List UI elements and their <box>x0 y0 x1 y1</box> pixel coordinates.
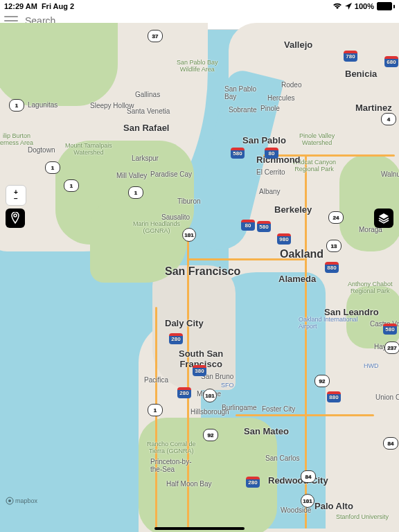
shield-i880-b: 880 <box>327 391 341 402</box>
lbl-el-cerrito: El Cerrito <box>256 168 285 176</box>
city-benicia: Benicia <box>345 69 377 79</box>
shield-ca1-d: 1 <box>128 186 143 199</box>
lbl-lagunitas: Lagunitas <box>28 101 57 109</box>
park-burton: ilip Burtonerness Area <box>0 132 33 146</box>
shield-i380: 380 <box>193 365 206 376</box>
shield-ca1-b: 1 <box>45 161 60 174</box>
shield-ca24: 24 <box>328 211 344 224</box>
map-canvas[interactable]: San Pablo BayWildlife Area Mount Tamalpa… <box>0 30 399 532</box>
lbl-pinole: Pinole <box>260 105 280 112</box>
city-redwood: Redwood City <box>268 475 328 486</box>
lbl-dogtown: Dogtown <box>28 146 55 154</box>
shield-ca92-a: 92 <box>203 429 218 441</box>
park-marin-headlands: Marin Headlands(GGNRA) <box>133 220 180 234</box>
lbl-stanford: Stanford University <box>336 513 389 520</box>
city-martinez: Martinez <box>355 103 392 113</box>
lbl-san-pablo-bay: San PabloBay <box>224 85 256 100</box>
lbl-hercules: Hercules <box>267 94 294 102</box>
map-attribution: mapbox <box>6 497 37 505</box>
lbl-walnut: Walnu <box>381 170 399 178</box>
park-chabot: Anthony ChabotRegional Park <box>348 281 393 294</box>
lbl-burlingame: Burlingame <box>222 404 257 411</box>
shield-ca92-b: 92 <box>314 375 330 387</box>
shield-ca84-a: 84 <box>301 470 316 483</box>
lbl-paradise-cay: Paradise Cay <box>150 170 192 178</box>
svg-text:−: − <box>14 195 18 202</box>
park-pinole-valley: Pinole ValleyWatershed <box>299 132 335 146</box>
shield-i580-a: 580 <box>231 148 245 159</box>
shield-ca1-c: 1 <box>64 179 79 192</box>
status-bar: 12:29 AM Fri Aug 2 100% <box>0 0 399 12</box>
greens-nw <box>0 23 118 106</box>
lbl-pacifica: Pacifica <box>144 376 168 384</box>
city-san-rafael: San Rafael <box>123 123 169 133</box>
shield-i580-b: 580 <box>257 221 271 232</box>
lbl-san-carlos: San Carlos <box>265 454 299 462</box>
shield-i80: 80 <box>265 148 278 159</box>
status-date: Fri Aug 2 <box>42 2 74 10</box>
city-daly-city: Daly City <box>165 318 204 328</box>
shield-us101-a: 101 <box>182 228 196 242</box>
park-tamalpais: Mount TamalpaisWatershed <box>65 142 112 156</box>
shield-i280-b: 280 <box>177 387 191 398</box>
city-san-pablo: San Pablo <box>242 135 286 145</box>
city-berkeley: Berkeley <box>274 204 312 215</box>
shield-ca37: 37 <box>148 30 163 42</box>
shield-i580-c: 580 <box>383 323 397 335</box>
lbl-sausalito: Sausalito <box>161 213 190 221</box>
airport-oak: Oakland InternationalAirport <box>299 316 358 330</box>
park-sanpablo-bay-wildlife: San Pablo BayWildlife Area <box>177 59 218 73</box>
lbl-foster-city: Foster City <box>262 405 295 413</box>
lbl-mill-valley: Mill Valley <box>116 172 147 179</box>
lbl-princeton: Princeton-by-the-Sea <box>150 458 191 473</box>
city-san-mateo: San Mateo <box>244 426 289 436</box>
shield-ca1-e: 1 <box>148 404 163 416</box>
shield-i680-a: 680 <box>384 56 398 67</box>
road-92 <box>236 414 374 416</box>
lbl-half-moon-bay: Half Moon Bay <box>166 480 212 488</box>
lbl-union-city: Union C <box>375 393 399 401</box>
shield-us101-b: 101 <box>203 389 217 402</box>
shield-i80-b: 80 <box>241 220 255 231</box>
lbl-gallinas: Gallinas <box>135 91 160 98</box>
greens-east <box>339 154 399 251</box>
shield-i280-c: 280 <box>246 477 260 488</box>
lbl-larkspur: Larkspur <box>132 154 159 162</box>
svg-point-4 <box>8 499 11 502</box>
shield-ca4: 4 <box>381 113 396 125</box>
city-palo-alto: Palo Alto <box>314 501 353 511</box>
shield-i880: 880 <box>325 262 339 273</box>
lbl-sobrante: Sobrante <box>229 106 257 114</box>
shield-ca13: 13 <box>326 240 342 252</box>
shield-ca238: 237 <box>384 342 399 354</box>
shield-i280-a: 280 <box>169 333 183 344</box>
zoom-button[interactable]: +− <box>6 185 26 206</box>
shield-ca1-a: 1 <box>9 99 24 112</box>
city-alameda: Alameda <box>278 274 316 284</box>
home-indicator[interactable] <box>154 527 245 530</box>
svg-point-2 <box>14 214 17 217</box>
city-oakland: Oakland <box>280 248 323 260</box>
park-rancho-corral: Rancho Corral deTierra (GGNRA) <box>147 441 196 454</box>
airport-sfo: SFO <box>221 382 234 389</box>
city-vallejo: Vallejo <box>284 39 312 50</box>
attribution-text: mapbox <box>15 497 37 504</box>
lbl-tiburon: Tiburon <box>177 197 201 205</box>
city-san-francisco: San Francisco <box>165 265 240 278</box>
lbl-santa-venetia: Santa Venetia <box>127 107 170 115</box>
pin-button[interactable] <box>6 209 25 228</box>
road-280 <box>155 307 157 529</box>
battery-pct: 100% <box>355 2 374 10</box>
layers-button[interactable] <box>374 209 393 228</box>
shield-us101-c: 101 <box>301 494 314 508</box>
location-arrow-icon <box>345 3 352 10</box>
battery-icon <box>377 2 395 10</box>
status-time: 12:29 AM <box>4 2 37 10</box>
shield-i980: 980 <box>277 233 291 245</box>
lbl-albany: Albany <box>259 188 281 195</box>
shield-ca84-b: 84 <box>383 437 398 450</box>
airport-hwd: HWD <box>364 362 379 369</box>
shield-i780: 780 <box>344 51 357 62</box>
lbl-rodeo: Rodeo <box>281 81 301 89</box>
wifi-icon <box>332 3 342 10</box>
